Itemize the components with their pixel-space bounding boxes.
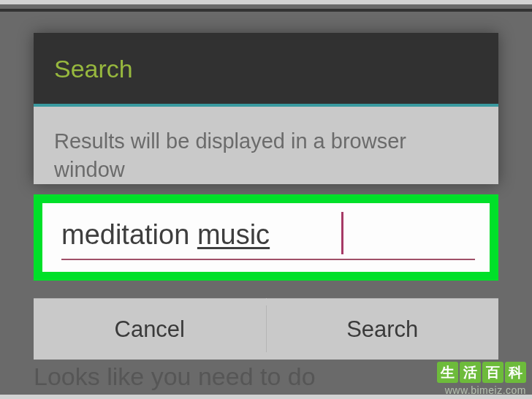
dialog-title: Search xyxy=(54,55,478,83)
search-input-text-part2: music xyxy=(197,219,270,250)
dialog-body: Results will be displayed in a browser w… xyxy=(34,107,498,184)
watermark: 生 活 百 科 www.bimeiz.com xyxy=(437,362,526,396)
search-button[interactable]: Search xyxy=(267,298,499,360)
watermark-char-4: 科 xyxy=(505,362,526,383)
search-input[interactable]: meditation music xyxy=(42,203,490,272)
search-input-text-part1: meditation xyxy=(61,219,197,250)
watermark-char-3: 百 xyxy=(482,362,503,383)
input-underline xyxy=(61,259,475,260)
dialog-header: Search xyxy=(34,33,498,104)
background-partial-text: Looks like you need to do xyxy=(34,362,316,391)
watermark-logo: 生 活 百 科 xyxy=(437,362,526,383)
background-strip xyxy=(0,9,532,12)
cancel-button[interactable]: Cancel xyxy=(34,298,266,360)
dialog-button-row: Cancel Search xyxy=(34,298,498,360)
text-cursor xyxy=(341,212,343,254)
input-highlight-annotation: meditation music xyxy=(34,194,498,281)
watermark-char-2: 活 xyxy=(460,362,481,383)
frame-border-top xyxy=(0,0,532,4)
search-dialog: Search Results will be displayed in a br… xyxy=(34,33,498,184)
frame-border-bottom xyxy=(0,395,532,399)
hint-text: Results will be displayed in a browser w… xyxy=(54,127,478,184)
watermark-char-1: 生 xyxy=(437,362,458,383)
